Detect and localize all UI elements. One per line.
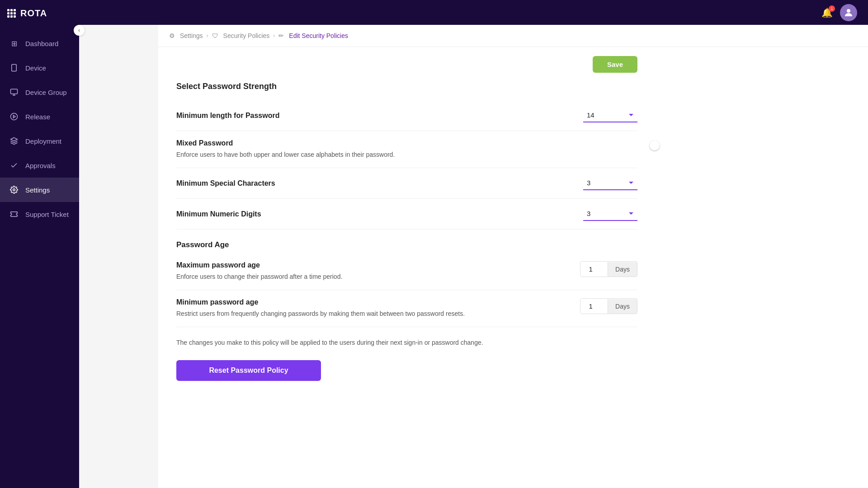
sidebar-item-label: Settings [25, 186, 50, 194]
sidebar-item-label: Device Group [25, 89, 67, 96]
sidebar-item-label: Deployment [25, 137, 61, 145]
min-age-row: Minimum password age Restrict users from… [176, 290, 637, 327]
dashboard-icon: ⊞ [9, 38, 19, 48]
notification-badge: 1 [829, 5, 835, 12]
max-age-row: Maximum password age Enforce users to ch… [176, 253, 637, 290]
min-numeric-row: Minimum Numeric Digits 12 3 45 [176, 199, 637, 230]
security-breadcrumb-icon: 🛡 [212, 32, 218, 39]
min-numeric-control: 12 3 45 [583, 207, 637, 221]
sidebar-item-release[interactable]: Release [0, 104, 79, 129]
min-age-input[interactable] [580, 299, 608, 314]
breadcrumb-current: Edit Security Policies [289, 32, 348, 39]
max-age-desc: Enforce users to change their password a… [176, 272, 342, 282]
support-ticket-icon [9, 209, 19, 219]
mixed-password-label: Mixed Password [176, 139, 395, 147]
max-age-unit: Days [608, 262, 637, 277]
deployment-icon [9, 136, 19, 146]
avatar[interactable] [840, 4, 857, 21]
max-age-control: Days [580, 261, 637, 277]
sidebar: ROTA ⊞ Dashboard Device Device Group Rel… [0, 0, 79, 488]
max-age-info: Maximum password age Enforce users to ch… [176, 261, 342, 282]
min-length-label: Minimum length for Password [176, 112, 279, 120]
section-heading-password-strength: Select Password Strength [176, 82, 637, 91]
app-name: ROTA [20, 8, 47, 19]
max-age-label: Maximum password age [176, 261, 342, 269]
breadcrumb-separator-2: › [273, 33, 275, 39]
svg-rect-2 [11, 89, 18, 94]
min-numeric-dropdown[interactable]: 12 3 45 [583, 207, 637, 221]
min-age-unit: Days [608, 299, 637, 314]
min-special-control: 12 3 45 [583, 176, 637, 190]
svg-rect-0 [12, 65, 17, 71]
release-icon [9, 112, 19, 122]
settings-breadcrumb-icon: ⚙ [169, 32, 175, 39]
breadcrumb-settings[interactable]: Settings [180, 32, 203, 39]
sidebar-toggle[interactable]: ‹ [74, 25, 85, 36]
sidebar-item-device-group[interactable]: Device Group [0, 80, 79, 104]
breadcrumb-security-policies[interactable]: Security Policies [223, 32, 270, 39]
sidebar-item-label: Release [25, 113, 50, 121]
main-content: ⚙ Settings › 🛡 Security Policies › ✏ Edi… [158, 25, 868, 488]
max-age-input-group: Days [580, 261, 637, 277]
min-special-row: Minimum Special Characters 12 3 45 [176, 168, 637, 199]
min-numeric-label: Minimum Numeric Digits [176, 210, 261, 218]
min-special-label: Minimum Special Characters [176, 179, 275, 188]
min-age-label: Minimum password age [176, 298, 465, 306]
save-button[interactable]: Save [593, 56, 637, 73]
save-btn-area: Save [176, 56, 637, 73]
sidebar-item-settings[interactable]: Settings [0, 178, 79, 202]
min-age-input-group: Days [580, 298, 637, 314]
password-age-heading: Password Age [176, 230, 637, 253]
reset-password-policy-button[interactable]: Reset Password Policy [176, 360, 321, 381]
mixed-password-info: Mixed Password Enforce users to have bot… [176, 139, 395, 160]
min-length-control: 14 123 456 789 101112 131516 171819 20 [583, 108, 637, 122]
mixed-password-row: Mixed Password Enforce users to have bot… [176, 131, 637, 168]
sidebar-item-label: Dashboard [25, 40, 58, 47]
min-length-row: Minimum length for Password 14 123 456 7… [176, 100, 637, 131]
min-age-control: Days [580, 298, 637, 314]
sidebar-nav: ⊞ Dashboard Device Device Group Release [0, 27, 79, 226]
sidebar-item-dashboard[interactable]: ⊞ Dashboard [0, 31, 79, 56]
svg-point-5 [11, 113, 18, 120]
device-icon [9, 63, 19, 73]
min-length-dropdown[interactable]: 14 123 456 789 101112 131516 171819 20 [583, 108, 637, 122]
notification-bell[interactable]: 🔔 1 [821, 7, 833, 18]
sidebar-item-deployment[interactable]: Deployment [0, 129, 79, 153]
min-age-info: Minimum password age Restrict users from… [176, 298, 465, 319]
topbar: 🔔 1 [79, 0, 868, 25]
svg-point-8 [847, 9, 850, 13]
breadcrumb-separator-1: › [207, 33, 208, 39]
max-age-input[interactable] [580, 262, 608, 277]
device-group-icon [9, 87, 19, 97]
app-grid-icon [7, 9, 16, 18]
settings-icon [9, 185, 19, 195]
svg-point-7 [13, 189, 15, 191]
sidebar-header: ROTA [0, 0, 79, 27]
edit-breadcrumb-icon: ✏ [278, 32, 284, 39]
sidebar-item-label: Approvals [25, 162, 56, 169]
sidebar-item-support-ticket[interactable]: Support Ticket [0, 202, 79, 226]
min-age-desc: Restrict users from frequently changing … [176, 309, 465, 319]
breadcrumb: ⚙ Settings › 🛡 Security Policies › ✏ Edi… [158, 25, 868, 47]
sidebar-item-device[interactable]: Device [0, 56, 79, 80]
sidebar-item-label: Device [25, 64, 46, 72]
sidebar-item-approvals[interactable]: Approvals [0, 153, 79, 178]
policy-note: The changes you make to this policy will… [176, 338, 637, 347]
approvals-icon [9, 160, 19, 170]
min-special-dropdown[interactable]: 12 3 45 [583, 176, 637, 190]
mixed-password-desc: Enforce users to have both upper and low… [176, 150, 395, 160]
svg-marker-6 [14, 115, 16, 118]
sidebar-item-label: Support Ticket [25, 211, 69, 218]
page-content: Save Select Password Strength Minimum le… [158, 47, 656, 408]
